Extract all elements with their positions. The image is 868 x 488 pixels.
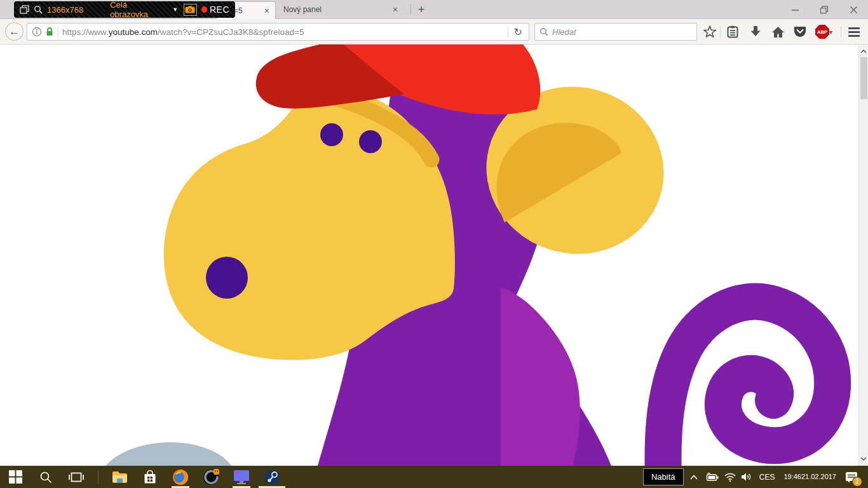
back-button[interactable]: ← — [5, 22, 24, 41]
url-bar[interactable]: https://www.youtube.com/watch?v=CPZsuCJa… — [27, 23, 529, 41]
url-domain: youtube.com — [109, 27, 158, 37]
gray-rock — [105, 442, 231, 466]
windows-taskbar: Nabitá CES 19:46 21.02.2017 1 — [0, 466, 868, 488]
monitor-app-button[interactable] — [226, 466, 257, 488]
downloads-button[interactable] — [747, 24, 764, 39]
pocket-button[interactable] — [792, 24, 808, 39]
toolbar-divider — [841, 26, 841, 37]
tray-expand-icon[interactable] — [690, 475, 698, 480]
start-button[interactable] — [0, 466, 31, 488]
battery-charging-icon[interactable] — [705, 473, 719, 481]
battery-tooltip: Nabitá — [643, 468, 684, 485]
scroll-down-icon[interactable] — [859, 453, 868, 464]
url-scheme: https://www. — [62, 27, 109, 37]
tab-new-panel[interactable]: Nový panel × — [276, 0, 407, 19]
tab-title: Nový panel — [283, 5, 391, 14]
recorder-resolution: 868x488 — [47, 5, 83, 15]
search-bar[interactable] — [534, 23, 697, 41]
url-path: /watch?v=CPZsuCJa3K8&spfreload=5 — [158, 27, 304, 37]
minimize-button[interactable] — [780, 0, 810, 19]
steam-taskbar-button[interactable] — [257, 466, 287, 488]
notification-badge: 1 — [852, 477, 862, 487]
menu-button[interactable] — [846, 24, 862, 39]
home-button[interactable] — [770, 24, 786, 39]
screen-recorder-toolbar[interactable]: 868x488 Celá obrazovka ▼ REC — [14, 1, 235, 18]
dropdown-arrow-icon[interactable]: ▼ — [172, 6, 178, 13]
system-care-app-button[interactable] — [196, 466, 226, 488]
adblock-caret-icon[interactable]: ▾ — [829, 29, 832, 36]
window-controls — [780, 0, 868, 19]
recording-dot-icon — [201, 6, 207, 13]
desktop: oad=5 × Nový panel × + 868x488 Celá obr… — [0, 0, 868, 488]
window-select-icon[interactable] — [20, 5, 29, 14]
page-info-icon[interactable] — [32, 27, 42, 37]
screenshot-camera-button[interactable] — [184, 4, 197, 16]
tab-separator — [410, 4, 411, 15]
task-view-button[interactable] — [61, 466, 92, 488]
search-icon — [539, 27, 548, 36]
page-scrollbar[interactable] — [858, 44, 868, 466]
browser-toolbar: ← https://www.youtube.com/watch?v=CPZsuC… — [0, 19, 868, 44]
scrollbar-thumb[interactable] — [860, 57, 867, 99]
tab-close-icon[interactable]: × — [263, 6, 271, 15]
close-button[interactable] — [839, 0, 868, 19]
scroll-up-icon[interactable] — [859, 46, 868, 57]
https-lock-icon[interactable] — [45, 27, 54, 37]
wifi-icon[interactable] — [724, 473, 736, 482]
browser-tab-bar: oad=5 × Nový panel × + 868x488 Celá obr… — [0, 0, 868, 19]
adblock-plus-button[interactable]: ABP — [814, 24, 831, 39]
file-explorer-button[interactable] — [104, 466, 135, 488]
taskbar-apps — [0, 466, 287, 488]
clock-time: 19:46 — [783, 473, 801, 481]
toolbar-divider — [720, 26, 721, 37]
restore-button[interactable] — [810, 0, 839, 19]
system-tray: Nabitá CES 19:46 21.02.2017 1 — [643, 466, 868, 488]
recorder-mode-select[interactable]: Celá obrazovka — [110, 0, 163, 19]
reload-button[interactable]: ↻ — [512, 26, 524, 38]
clock[interactable]: 19:46 21.02.2017 — [783, 473, 836, 481]
monkey-nostril — [206, 257, 248, 299]
tab-close-icon[interactable]: × — [391, 5, 399, 14]
taskbar-divider — [92, 466, 104, 488]
action-center-button[interactable]: 1 — [845, 471, 858, 483]
monkey-illustration — [0, 44, 859, 466]
clock-date: 21.02.2017 — [801, 473, 836, 481]
page-content — [0, 44, 868, 466]
monkey-chest-highlight — [501, 287, 580, 466]
monkey-tail — [663, 302, 832, 466]
search-input[interactable] — [552, 27, 692, 37]
new-tab-button[interactable]: + — [413, 2, 430, 18]
windows-store-button[interactable] — [135, 466, 165, 488]
taskbar-search-button[interactable] — [31, 466, 61, 488]
youtube-video-frame[interactable] — [0, 44, 868, 466]
adblock-badge: ABP — [815, 25, 829, 39]
urlbar-divider — [508, 27, 508, 37]
firefox-taskbar-button[interactable] — [165, 466, 196, 488]
hamburger-icon — [848, 27, 860, 37]
recording-status: REC — [210, 4, 229, 15]
urlbar-divider — [58, 27, 58, 37]
monkey-eye-left — [320, 123, 343, 146]
bookmark-star-button[interactable] — [702, 24, 718, 39]
address-text[interactable]: https://www.youtube.com/watch?v=CPZsuCJa… — [62, 27, 504, 37]
monkey-eye-right — [359, 130, 382, 153]
language-indicator[interactable]: CES — [759, 473, 775, 482]
magnifier-icon[interactable] — [34, 5, 43, 14]
volume-icon[interactable] — [741, 472, 752, 482]
bookmarks-menu-icon[interactable] — [724, 24, 741, 39]
